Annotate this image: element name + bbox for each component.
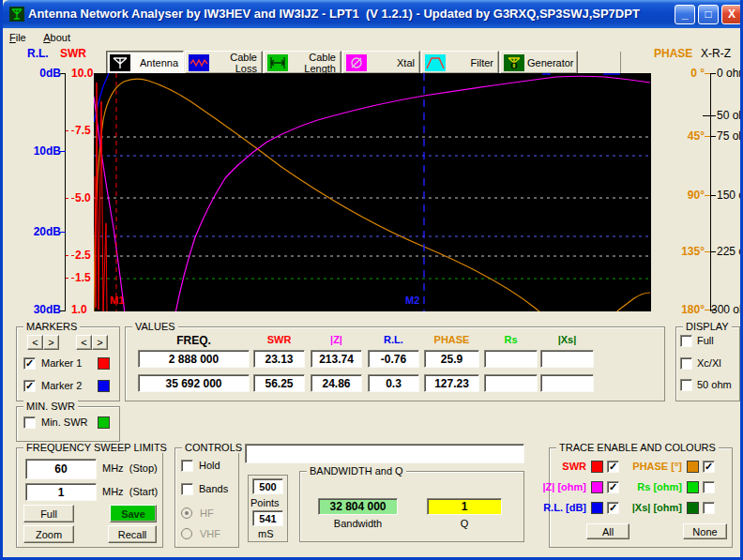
axis-tick — [711, 310, 716, 310]
toolbar-button-cable-loss[interactable]: Cable Loss — [185, 51, 263, 74]
cable-length-icon — [267, 54, 288, 71]
stop-frequency-label: MHz (Stop) — [102, 462, 158, 475]
ohm-tick-label: 0 ohm — [717, 67, 743, 80]
marker2-label-text: Marker 2 — [41, 380, 82, 392]
trace-rl-label: R.L. [dB] — [528, 502, 586, 514]
swr-tick-label: 1.0 — [71, 303, 87, 316]
none-button[interactable]: None — [683, 523, 727, 539]
axis-tick — [60, 73, 66, 74]
hf-radio[interactable] — [181, 507, 192, 519]
marker2-checkbox[interactable] — [23, 380, 36, 392]
right-axis-phase-title: PHASE — [654, 47, 692, 60]
m2-phase-value: 127.23 — [424, 374, 479, 392]
marker1-left-button[interactable]: < — [27, 335, 43, 350]
toolbar-label: Filter — [448, 57, 498, 68]
axis-tick — [705, 136, 710, 137]
impedance-curve-branch2 — [175, 76, 650, 311]
marker2-label: M2 — [405, 295, 419, 306]
m1-phase-value: 25.9 — [424, 350, 479, 368]
toolbar-label: Generator — [527, 57, 579, 68]
swr-tick-label: 5.0 — [75, 191, 91, 204]
axis-tick — [59, 151, 66, 152]
axis-tick — [711, 251, 716, 252]
stop-frequency-input[interactable] — [25, 459, 97, 479]
sweep-time-field: 541 — [252, 510, 283, 526]
generator-icon — [504, 54, 524, 71]
trace-phase-swatch[interactable] — [687, 461, 699, 473]
marker1-label-text: Marker 1 — [41, 357, 82, 370]
ohm-tick-label: 150 ohm — [717, 189, 743, 202]
trace-rl-swatch[interactable] — [591, 502, 603, 514]
trace-rs-swatch[interactable] — [687, 481, 699, 493]
start-frequency-label: MHz (Start) — [102, 486, 158, 498]
trace-phase-checkbox[interactable] — [703, 461, 715, 473]
marker2-right-button[interactable]: > — [92, 335, 108, 350]
m1-rs-value — [484, 350, 538, 368]
display-full-label: Full — [697, 335, 714, 347]
close-button[interactable]: X — [721, 5, 742, 24]
marker1-right-button[interactable]: > — [43, 335, 59, 350]
save-button[interactable]: Save — [110, 505, 157, 522]
recall-button[interactable]: Recall — [108, 525, 157, 543]
m2-rs-value — [484, 374, 538, 392]
trace-rs-checkbox[interactable] — [703, 481, 715, 493]
column-header-swr: SWR — [253, 334, 305, 345]
m1-z-value: 213.74 — [311, 350, 362, 368]
axis-tick — [66, 130, 74, 131]
min-swr-checkbox[interactable] — [23, 416, 36, 429]
toolbar-button-xtal[interactable]: Xtal — [342, 51, 420, 74]
left-axis-swr-title: SWR — [60, 47, 86, 60]
bands-checkbox[interactable] — [181, 483, 193, 495]
axis-tick — [66, 278, 74, 279]
toolbar-button-cable-length[interactable]: Cable Length — [264, 51, 341, 74]
axis-tick — [711, 195, 716, 196]
menu-about[interactable]: About — [37, 30, 77, 43]
hold-checkbox[interactable] — [181, 460, 193, 472]
display-50ohm-checkbox[interactable] — [680, 379, 692, 391]
trace-z-swatch[interactable] — [591, 481, 603, 493]
rl-tick-label: 30dB — [25, 303, 61, 316]
app-window: Antenna Network Analyser by IW3HEV and I… — [0, 0, 743, 560]
app-icon — [9, 7, 24, 22]
left-axis-line — [65, 73, 66, 311]
column-header-freq: FREQ. — [138, 334, 250, 347]
status-input[interactable] — [245, 444, 524, 463]
menu-file[interactable]: File — [3, 30, 33, 43]
display-xcxl-checkbox[interactable] — [680, 357, 692, 370]
min-swr-color-swatch[interactable] — [98, 416, 110, 429]
trace-xs-swatch[interactable] — [687, 502, 699, 514]
maximize-button[interactable]: □ — [698, 5, 719, 24]
toolbar-label: Cable Length — [291, 52, 341, 74]
m2-swr-value: 56.25 — [253, 374, 305, 392]
points-label: Points — [250, 497, 280, 509]
minimize-button[interactable]: _ — [675, 5, 695, 24]
toolbar-button-generator[interactable]: Generator — [500, 51, 578, 74]
bandwidth-group-title: BANDWIDTH and Q — [307, 465, 406, 477]
points-count-field[interactable]: 500 — [252, 478, 283, 494]
m1-rl-value: -0.76 — [368, 350, 419, 368]
vhf-radio[interactable] — [181, 528, 192, 539]
full-button[interactable]: Full — [23, 505, 74, 522]
toolbar-label: Cable Loss — [212, 52, 262, 74]
bandwidth-value: 32 804 000 — [318, 498, 398, 515]
display-full-checkbox[interactable] — [680, 335, 692, 347]
ohm-tick-label: 50 ohm — [717, 109, 743, 122]
trace-xs-checkbox[interactable] — [703, 502, 715, 514]
marker1-color-swatch[interactable] — [98, 357, 110, 370]
phase-tick-label: 45° — [669, 129, 705, 143]
marker2-left-button[interactable]: < — [76, 335, 92, 350]
display-xcxl-label: Xc/Xl — [697, 357, 721, 370]
all-button[interactable]: All — [586, 523, 629, 539]
start-frequency-input[interactable] — [25, 483, 97, 501]
ohm-tick-label: 75 ohm — [717, 129, 743, 143]
zoom-button[interactable]: Zoom — [23, 525, 74, 543]
ohm-tick-label: 225 ohm — [717, 245, 743, 258]
marker2-color-swatch[interactable] — [98, 380, 110, 392]
marker1-checkbox[interactable] — [23, 357, 36, 370]
m1-swr-value: 23.13 — [253, 350, 305, 368]
toolbar-button-antenna[interactable]: Antenna — [106, 51, 184, 74]
chart-canvas — [94, 73, 651, 311]
chart-plot-area[interactable]: M1 M2 — [94, 73, 651, 311]
trace-swr-swatch[interactable] — [591, 461, 603, 473]
toolbar-button-filter[interactable]: Filter — [421, 51, 499, 74]
